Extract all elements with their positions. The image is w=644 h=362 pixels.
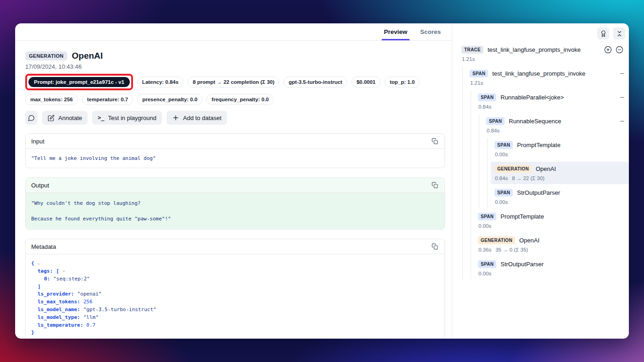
observation-detail-panel: Preview Scores GENERATION OpenAI 17/09/2… <box>15 23 452 339</box>
metadata-json: { tags:[ 0:"seq:step:2" ] ls_provider:"o… <box>26 254 444 339</box>
copy-metadata-button[interactable] <box>431 242 439 251</box>
add-dataset-label: Add to dataset <box>183 115 222 121</box>
tree-node-span[interactable]: SPAN StrOutputParser 0.00s <box>491 186 629 208</box>
input-panel: Input "Tell me a joke involving the anim… <box>25 133 445 168</box>
plus-icon <box>172 114 179 121</box>
node-duration: 1.21s <box>470 80 483 86</box>
presence-penalty-pill: presence_penalty: 0.0 <box>137 94 202 105</box>
generation-type-badge: GENERATION <box>25 51 67 60</box>
span-badge: SPAN <box>470 70 488 77</box>
node-duration: 0.36s <box>478 247 491 252</box>
metrics-row-2: max_tokens: 256 temperature: 0.7 presenc… <box>25 94 445 105</box>
metadata-panel-title: Metadata <box>31 243 56 250</box>
trace-badge: TRACE <box>461 46 483 54</box>
collapse-node-button[interactable] <box>619 94 625 100</box>
annotate-label: Annotate <box>58 115 82 121</box>
annotation-queue-button[interactable] <box>597 27 609 39</box>
comment-button[interactable] <box>25 111 38 125</box>
tree-node-span[interactable]: SPAN PromptTemplate 0.00s <box>474 209 629 232</box>
tab-preview[interactable]: Preview <box>382 23 410 40</box>
add-to-dataset-button[interactable]: Add to dataset <box>167 111 227 125</box>
copy-icon <box>432 243 438 250</box>
collapse-all-button[interactable] <box>616 46 623 54</box>
metadata-panel: Metadata { tags:[ 0:"seq:step:2" ] ls_pr… <box>25 239 445 339</box>
node-duration: 1.21s <box>462 56 475 62</box>
chevron-down-icon[interactable] <box>37 262 41 266</box>
token-usage-pill: 8 prompt → 22 completion (Σ 30) <box>188 77 279 88</box>
copy-output-button[interactable] <box>431 181 439 189</box>
node-duration: 0.84s <box>495 176 508 181</box>
observation-content: GENERATION OpenAI 17/09/2024, 10:43:46 P… <box>15 41 452 339</box>
test-in-playground-button[interactable]: >_ Test in playground <box>92 111 162 125</box>
tree-node-trace[interactable]: TRACE test_link_langfuse_prompts_invoke … <box>458 43 629 65</box>
tree-node-span[interactable]: SPAN PromptTemplate 0.00s <box>491 138 629 160</box>
collapse-panel-button[interactable] <box>613 27 625 39</box>
max-tokens-pill: max_tokens: 256 <box>25 94 78 105</box>
metrics-row-1: Prompt: joke_prompt_e21a971c - v1 Latenc… <box>25 74 445 90</box>
tree-node-span[interactable]: SPAN RunnableParallel<joke> 0.84s <box>474 90 629 113</box>
tree-node-span[interactable]: SPAN test_link_langfuse_prompts_invoke 1… <box>466 66 629 89</box>
node-tokens: 35 → 0 (Σ 35) <box>495 247 528 252</box>
span-badge: SPAN <box>486 117 505 125</box>
json-line: tags:[ <box>31 268 439 275</box>
trace-panel-toolbar <box>452 23 629 41</box>
span-badge: SPAN <box>494 141 513 149</box>
collapse-node-button[interactable] <box>619 118 625 124</box>
minus-icon <box>619 94 625 100</box>
circle-minus-icon <box>616 46 623 54</box>
terminal-prompt-icon: >_ <box>98 115 104 121</box>
copy-icon <box>432 182 438 188</box>
generation-badge: GENERATION <box>494 165 532 173</box>
actions-row: Annotate >_ Test in playground Add to da… <box>25 111 445 125</box>
output-content: "Why couldn't the dog stop laughing? Bec… <box>26 193 444 229</box>
tree-node-generation-selected[interactable]: GENERATION OpenAI 0.84s8 → 22 (Σ 30) <box>491 162 629 184</box>
json-line: ls_temperature:0.7 <box>31 322 439 329</box>
span-badge: SPAN <box>478 260 496 268</box>
node-duration: 0.00s <box>478 223 491 229</box>
expand-all-button[interactable] <box>604 46 612 54</box>
json-line: 0:"seq:step:2" <box>31 275 439 283</box>
json-line: ls_max_tokens:256 <box>31 298 439 306</box>
annotate-button[interactable]: Annotate <box>42 111 88 125</box>
input-panel-title: Input <box>31 138 44 145</box>
span-badge: SPAN <box>478 93 496 101</box>
node-duration: 0.00s <box>495 199 508 205</box>
tree-node-span[interactable]: SPAN StrOutputParser 0.00s <box>474 257 629 280</box>
model-pill: gpt-3.5-turbo-instruct <box>283 77 347 88</box>
award-icon <box>600 30 607 37</box>
node-tokens: 8 → 22 (Σ 30) <box>512 176 544 181</box>
trace-tree-panel: TRACE test_link_langfuse_prompts_invoke … <box>452 23 629 339</box>
edit-icon <box>48 115 55 121</box>
collapse-node-button[interactable] <box>619 71 625 77</box>
minus-icon <box>619 71 625 77</box>
generation-badge: GENERATION <box>478 236 515 244</box>
copy-input-button[interactable] <box>431 137 439 145</box>
cost-pill: $0.0001 <box>351 77 381 88</box>
tree-node-span[interactable]: SPAN RunnableSequence 0.84s <box>483 114 629 137</box>
input-content: "Tell me a joke involving the animal dog… <box>26 149 444 168</box>
temperature-pill: temperature: 0.7 <box>82 94 133 105</box>
json-line: ] <box>31 283 439 291</box>
page-title: OpenAI <box>72 51 103 61</box>
json-line: ls_model_name:"gpt-3.5-turbo-instruct" <box>31 306 439 314</box>
json-line: { <box>31 260 439 268</box>
comment-bubble-icon <box>28 115 35 121</box>
chevron-down-icon[interactable] <box>61 269 66 274</box>
copy-icon <box>432 138 438 144</box>
json-line: ls_model_type:"llm" <box>31 314 439 322</box>
trace-tree: TRACE test_link_langfuse_prompts_invoke … <box>452 41 629 339</box>
top-p-pill: top_p: 1.0 <box>385 77 420 88</box>
collapse-vertical-icon <box>616 30 623 37</box>
span-badge: SPAN <box>494 189 513 197</box>
node-duration: 0.84s <box>487 128 500 133</box>
main-window: Preview Scores GENERATION OpenAI 17/09/2… <box>15 23 629 339</box>
prompt-link-pill[interactable]: Prompt: joke_prompt_e21a971c - v1 <box>28 77 130 87</box>
tree-node-generation[interactable]: GENERATION OpenAI 0.36s35 → 0 (Σ 35) <box>474 233 629 256</box>
node-duration: 0.84s <box>478 104 491 110</box>
frequency-penalty-pill: frequency_penalty: 0.0 <box>206 94 274 105</box>
node-duration: 0.00s <box>495 152 508 157</box>
timestamp: 17/09/2024, 10:43:46 <box>25 63 445 70</box>
circle-plus-icon <box>604 46 612 54</box>
tab-scores[interactable]: Scores <box>418 23 443 40</box>
test-playground-label: Test in playground <box>108 115 157 121</box>
